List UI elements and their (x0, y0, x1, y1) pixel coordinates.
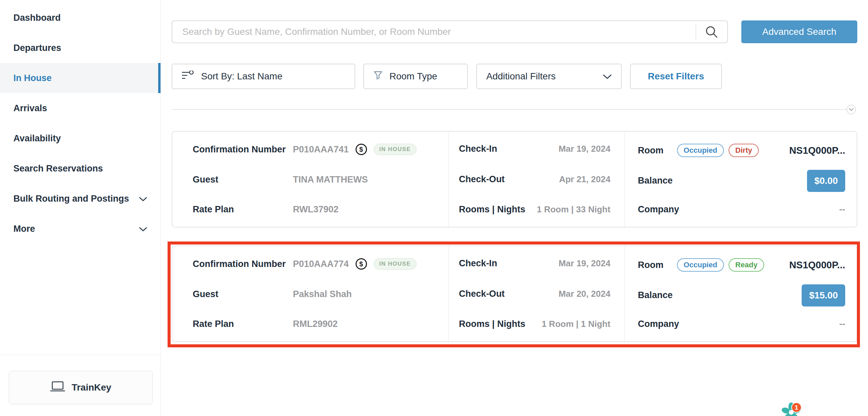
card-stay-section: Check-In Mar 19, 2024 Check-Out Apr 21, … (449, 132, 624, 227)
sidebar-item-label: Availability (13, 133, 61, 144)
confirmation-number-value: P010AAA774 (293, 259, 349, 269)
guest-label: Guest (193, 289, 293, 299)
card-guest-section: Confirmation Number P010AAA741 $ IN HOUS… (172, 132, 448, 227)
sidebar-item-bulk-routing[interactable]: Bulk Routing and Postings (0, 184, 160, 214)
trainkey-label: TrainKey (72, 382, 111, 393)
confirmation-number-value: P010AAA741 (293, 145, 349, 155)
sort-by-button[interactable]: Sort By: Last Name (172, 64, 355, 89)
check-out-label: Check-Out (459, 174, 505, 185)
search-bar (172, 21, 728, 43)
status-badge: IN HOUSE (374, 258, 416, 269)
sidebar-item-label: Departures (13, 43, 61, 53)
additional-filters-label: Additional Filters (486, 71, 556, 82)
sidebar-item-label: In House (13, 73, 52, 84)
balance-button[interactable]: $0.00 (807, 170, 845, 192)
trainkey-button[interactable]: TrainKey (9, 371, 153, 404)
room-number: NS1Q000P... (789, 145, 845, 156)
card-room-section: Room Occupied Ready NS1Q000P... Balance … (625, 246, 857, 341)
room-label: Room (638, 260, 663, 270)
reservation-card[interactable]: Confirmation Number P010AAA741 $ IN HOUS… (172, 131, 857, 227)
check-in-date: Mar 19, 2024 (559, 144, 611, 154)
folio-payment-icon[interactable]: $ (355, 258, 367, 269)
search-divider (696, 25, 696, 39)
check-out-date: Mar 20, 2024 (559, 289, 611, 299)
occupancy-status-pill: Occupied (677, 258, 724, 271)
room-label: Room (638, 146, 663, 156)
sidebar-item-more[interactable]: More (0, 214, 160, 244)
sidebar-item-label: Dashboard (13, 13, 61, 23)
balance-button[interactable]: $15.00 (802, 284, 845, 307)
sidebar-item-search-reservations[interactable]: Search Reservations (0, 153, 160, 184)
notification-badge: 1 (791, 402, 802, 413)
check-in-date: Mar 19, 2024 (559, 258, 611, 268)
rooms-nights-label: Rooms | Nights (459, 319, 525, 329)
room-number: NS1Q000P... (789, 260, 845, 270)
additional-filters-button[interactable]: Additional Filters (476, 64, 622, 89)
guest-name: Pakshal Shah (293, 289, 352, 299)
confirmation-number-label: Confirmation Number (193, 259, 293, 269)
room-type-filter-button[interactable]: Room Type (363, 64, 468, 89)
balance-label: Balance (638, 175, 673, 186)
reset-filters-button[interactable]: Reset Filters (630, 64, 722, 89)
card-room-section: Room Occupied Dirty NS1Q000P... Balance … (625, 132, 857, 227)
rate-plan-value: RWL37902 (293, 204, 339, 215)
check-in-label: Check-In (459, 258, 497, 268)
rooms-nights-value: 1 Room | 1 Night (541, 319, 610, 329)
rooms-nights-label: Rooms | Nights (459, 204, 525, 215)
sidebar-item-departures[interactable]: Departures (0, 33, 160, 63)
funnel-icon (373, 71, 383, 83)
search-icon[interactable] (705, 25, 718, 40)
confirmation-number-label: Confirmation Number (193, 145, 293, 155)
check-out-label: Check-Out (459, 289, 505, 299)
rooms-nights-value: 1 Room | 33 Night (537, 204, 611, 215)
company-value: -- (839, 319, 845, 329)
sort-by-label: Sort By: Last Name (201, 71, 282, 82)
laptop-icon (50, 381, 65, 395)
sidebar-footer-divider (0, 355, 160, 355)
company-label: Company (638, 204, 679, 215)
reset-filters-label: Reset Filters (648, 71, 704, 82)
guest-label: Guest (193, 174, 293, 185)
room-type-label: Room Type (390, 71, 437, 82)
check-out-date: Apr 21, 2024 (559, 174, 610, 185)
sidebar-item-label: Arrivals (13, 103, 47, 114)
card-stay-section: Check-In Mar 19, 2024 Check-Out Mar 20, … (449, 246, 624, 341)
chevron-down-icon (139, 224, 147, 234)
housekeeping-status-pill: Ready (728, 258, 764, 271)
status-badge: IN HOUSE (374, 144, 416, 155)
chevron-down-icon (139, 194, 147, 204)
sidebar-item-label: Bulk Routing and Postings (13, 194, 129, 204)
rate-plan-label: Rate Plan (193, 204, 293, 215)
card-guest-section: Confirmation Number P010AAA774 $ IN HOUS… (172, 246, 448, 341)
sidebar-item-dashboard[interactable]: Dashboard (0, 3, 160, 33)
sort-icon (182, 71, 194, 83)
sidebar-item-availability[interactable]: Availability (0, 123, 160, 153)
chevron-down-icon (603, 71, 612, 82)
advanced-search-button[interactable]: Advanced Search (741, 21, 857, 43)
guest-name: TINA MATTHEWS (293, 174, 368, 185)
housekeeping-status-pill: Dirty (728, 144, 759, 157)
sidebar: Dashboard Departures In House Arrivals A… (0, 0, 161, 416)
folio-payment-icon[interactable]: $ (355, 144, 367, 155)
search-input[interactable] (172, 21, 728, 43)
results-divider (172, 109, 855, 109)
sidebar-item-label: Search Reservations (13, 163, 103, 174)
sidebar-nav: Dashboard Departures In House Arrivals A… (0, 3, 160, 244)
company-value: -- (839, 204, 845, 215)
rate-plan-value: RML29902 (293, 319, 338, 329)
collapse-chevron-button[interactable] (846, 105, 856, 114)
reservation-card[interactable]: Confirmation Number P010AAA774 $ IN HOUS… (172, 246, 857, 342)
company-label: Company (638, 319, 679, 329)
sidebar-item-in-house[interactable]: In House (0, 63, 160, 93)
check-in-label: Check-In (459, 144, 497, 154)
rate-plan-label: Rate Plan (193, 319, 293, 329)
sidebar-item-arrivals[interactable]: Arrivals (0, 93, 160, 123)
occupancy-status-pill: Occupied (677, 144, 724, 157)
sidebar-item-label: More (13, 224, 35, 234)
balance-label: Balance (638, 290, 673, 300)
